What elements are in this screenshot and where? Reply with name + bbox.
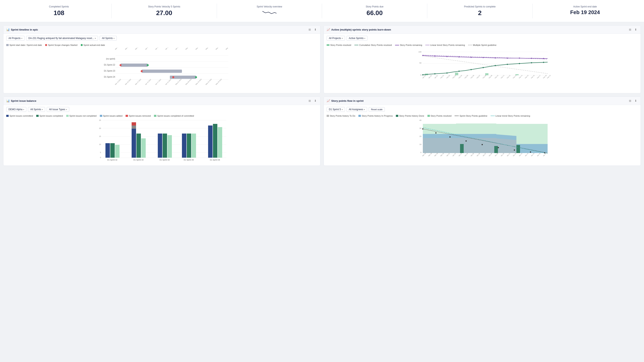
chevron-down-icon: ▾ xyxy=(42,108,43,111)
sprint23-red-dot xyxy=(141,70,143,72)
legend-red-rect xyxy=(126,115,128,117)
legend-light-green-rect xyxy=(154,115,156,117)
burndown-chart-area: 100 50 0 xyxy=(324,47,640,93)
chevron-down-icon: ▾ xyxy=(21,37,22,39)
svg-point-58 xyxy=(507,64,508,65)
legend-gray-rect xyxy=(6,44,9,46)
svg-point-53 xyxy=(446,72,448,74)
reset-scale-btn[interactable]: Reset scale xyxy=(369,107,384,112)
completed-sprints-label: Completed Sprints xyxy=(10,5,108,8)
epic-dropdown[interactable]: DA-231 Raging antiqued fly fail abominat… xyxy=(26,36,98,41)
chevron-down-icon: ▾ xyxy=(114,37,114,39)
svg-text:Apr 03 2023: Apr 03 2023 xyxy=(145,47,152,50)
legend-green-dark-rect xyxy=(36,115,39,117)
issue-balance-title: 📊 Sprint issue balance xyxy=(6,99,36,102)
issue-balance-panel: 📊 Sprint issue balance ⊞ ⬇ DEMO Alpha ▾ … xyxy=(3,96,320,166)
sprint-end-date-metric: Active Sprint end date Feb 19 2024 xyxy=(532,3,638,18)
legend-green-dot xyxy=(81,44,83,46)
legend-purple-dash xyxy=(426,45,430,45)
story-flow-table-btn[interactable]: ⊞ xyxy=(628,99,632,103)
sprint24-red-dot xyxy=(172,76,174,78)
bar-chart-icon2: 📊 xyxy=(6,99,10,102)
svg-text:D1 Sprint 36: D1 Sprint 36 xyxy=(210,159,220,161)
row-d1-sprint22-label: D1 Sprint 22 xyxy=(104,64,115,66)
svg-text:Apr 10: Apr 10 xyxy=(500,153,504,157)
svg-text:Apr 05: Apr 05 xyxy=(470,153,474,157)
flow-done-bar3 xyxy=(516,145,520,153)
legend-start-end: Sprint start date / Sprint end date xyxy=(6,44,42,46)
svg-point-110 xyxy=(466,140,467,142)
burndown-panel: 📈 Active (multiple) sprints story points… xyxy=(324,25,641,93)
svg-text:Apr 11: Apr 11 xyxy=(506,153,510,157)
story-flow-controls: D1 Sprint 5 ▾ All Assignees ▾ Reset scal… xyxy=(324,105,640,114)
svg-text:Apr 02: Apr 02 xyxy=(452,153,456,157)
svg-text:100: 100 xyxy=(418,51,422,53)
all-issue-types-dropdown[interactable]: All Issue Types ▾ xyxy=(47,107,69,112)
gantt-chart-area: Mar 13 2023 Mar 20 2023 Mar 27 2023 Apr … xyxy=(4,47,320,91)
svg-text:May 15 2023: May 15 2023 xyxy=(205,47,212,50)
burndown-controls: All Projects ▾ Active Sprints ▾ xyxy=(324,34,640,43)
s32-not-completed xyxy=(115,145,120,158)
burndown-sprints-dropdown[interactable]: Active Sprints ▾ xyxy=(346,36,368,41)
legend-blue-rect xyxy=(100,115,102,117)
svg-text:Apr 12: Apr 12 xyxy=(512,153,516,157)
svg-text:May 15 2023: May 15 2023 xyxy=(195,78,202,85)
d1-sprint5-dropdown[interactable]: D1 Sprint 5 ▾ xyxy=(327,107,345,112)
issue-balance-controls: DEMO Alpha ▾ All Sprints ▾ All Issue Typ… xyxy=(4,105,320,114)
burndown-table-btn[interactable]: ⊞ xyxy=(628,27,632,31)
svg-text:0: 0 xyxy=(100,156,101,158)
story-flow-panel: 📈 Story points flow in sprint ⊞ ⬇ D1 Spr… xyxy=(324,96,641,166)
velocity-overview-metric: Sprint Velocity overview xyxy=(217,3,322,18)
table-view-btn[interactable]: ⊞ xyxy=(308,27,312,31)
burndown-projects-dropdown[interactable]: All Projects ▾ xyxy=(327,36,345,41)
velocity-5-label: Story Points Velocity 5 Sprints xyxy=(115,5,214,8)
story-flow-svg: 40 30 20 10 0 xyxy=(327,118,638,162)
flow-done-bar2 xyxy=(494,146,498,153)
burndown-actions: ⊞ ⬇ xyxy=(628,27,638,31)
legend-green-light-rect xyxy=(66,115,69,117)
legend-committed: Sprint issues committed xyxy=(6,115,33,117)
velocity-5-metric: Story Points Velocity 5 Sprints 27.00 xyxy=(112,3,217,18)
all-projects-dropdown[interactable]: All Projects ▾ xyxy=(6,36,24,41)
chevron-down-icon: ▾ xyxy=(23,108,24,111)
story-flow-download-btn[interactable]: ⬇ xyxy=(634,99,638,103)
download-btn[interactable]: ⬇ xyxy=(313,27,317,31)
svg-point-112 xyxy=(498,147,499,148)
svg-text:0: 0 xyxy=(420,74,422,76)
all-sprints-dropdown[interactable]: All Sprints ▾ xyxy=(100,36,117,41)
burndown-svg: 100 50 0 xyxy=(327,47,638,90)
sprint22-red-dot xyxy=(120,64,122,66)
story-points-due-metric: Story Points due 66.00 xyxy=(322,3,427,18)
all-assignees-dropdown[interactable]: All Assignees ▾ xyxy=(346,107,367,112)
story-flow-legend: Story Points history To Do Story Points … xyxy=(324,114,640,118)
svg-text:Apr 06: Apr 06 xyxy=(476,153,480,157)
svg-point-107 xyxy=(422,128,424,129)
svg-text:Mar 20 2023: Mar 20 2023 xyxy=(125,47,132,50)
burndown-header: 📈 Active (multiple) sprints story points… xyxy=(324,25,640,34)
legend-added: Sprint issues added xyxy=(100,115,122,117)
burndown-download-btn[interactable]: ⬇ xyxy=(634,27,638,31)
gantt-date-labels: Mar 13 2023 Mar 20 2023 Mar 27 2023 Apr … xyxy=(115,47,228,50)
chevron-down-icon: ▾ xyxy=(364,37,365,39)
legend-green-rect xyxy=(327,44,330,46)
row-d1-sprint23-label: D1 Sprint 23 xyxy=(104,70,115,72)
issue-balance-download-btn[interactable]: ⬇ xyxy=(313,99,317,103)
sprint22-green-dot xyxy=(147,64,149,66)
svg-text:Mar 30: Mar 30 xyxy=(434,152,438,156)
story-flow-chart-area: 40 30 20 10 0 xyxy=(324,118,640,166)
svg-point-54 xyxy=(458,71,460,72)
svg-point-109 xyxy=(450,136,450,138)
demo-alpha-dropdown[interactable]: DEMO Alpha ▾ xyxy=(6,107,26,112)
svg-text:Apr 03: Apr 03 xyxy=(458,153,462,157)
svg-text:May 08 2023: May 08 2023 xyxy=(195,47,202,50)
s36-not-completed xyxy=(218,127,222,158)
s33-removed xyxy=(132,122,136,125)
legend-purple-line xyxy=(395,45,399,45)
issue-balance-table-btn[interactable]: ⊞ xyxy=(308,99,312,103)
s36-committed xyxy=(208,125,212,158)
legend-linear-trend2: Linear trend Story Points remaining xyxy=(491,115,530,117)
all-sprints-dropdown2[interactable]: All Sprints ▾ xyxy=(28,107,45,112)
legend-remaining: Story Points remaining xyxy=(395,44,422,46)
line-chart-icon: 📈 xyxy=(327,28,330,31)
legend-blue-rect2 xyxy=(358,115,361,117)
